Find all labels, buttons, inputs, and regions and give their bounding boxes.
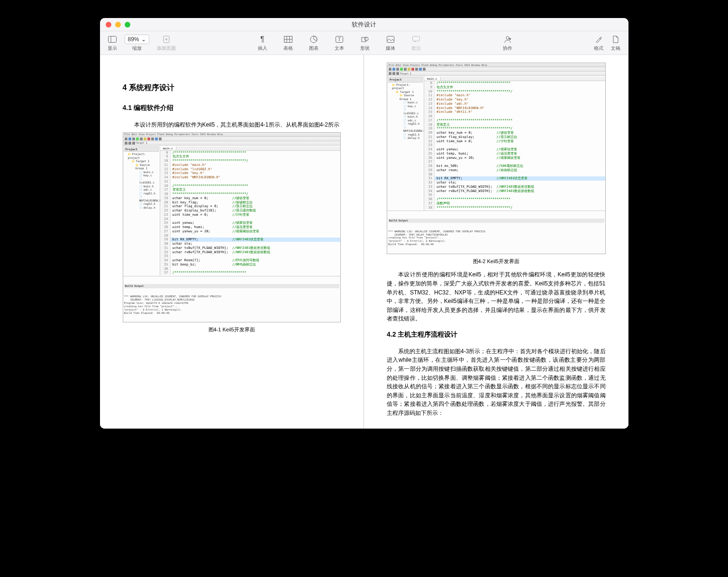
plus-page-icon: [162, 35, 171, 44]
heading-2b: 4.2 主机主程序流程设计: [387, 329, 606, 340]
media-button[interactable]: 媒体: [386, 35, 395, 52]
figure-4-2: File Edit View Project Flash Debug Perip…: [387, 63, 606, 254]
ide-project-tree: Project Project: project Target 1 Source…: [123, 146, 160, 276]
ide-build-output: Build Output *** WARNING L16: UNCALLED S…: [123, 276, 341, 322]
svg-rect-12: [362, 37, 366, 42]
body-text-2: 系统的主机主流程图如图4-3所示；在主程序中：首先对各个模块进行初始化，随后进入…: [387, 347, 606, 418]
comment-icon: [411, 35, 421, 44]
svg-point-13: [364, 37, 368, 41]
ide-code-editor: main.c 8/*******************************…: [160, 146, 341, 276]
insert-button[interactable]: ¶ 插入: [258, 35, 267, 52]
paragraph-icon: ¶: [258, 35, 267, 44]
text-icon: T: [335, 35, 344, 44]
comment-button[interactable]: 批注: [411, 35, 421, 52]
ide-build-bar: Target 1: [123, 141, 341, 146]
table-icon: [283, 35, 293, 44]
toolbar: 显示 89% ⌄ 缩放 添加页面 ¶ 插入 表格: [100, 31, 628, 55]
shape-button[interactable]: 形状: [360, 35, 370, 52]
media-icon: [386, 35, 395, 44]
add-page-button[interactable]: 添加页面: [157, 35, 176, 52]
brush-icon: [594, 35, 603, 44]
figure-1-caption: 图4-1 Keil5开发界面: [123, 325, 341, 334]
page-1: 4 系统程序设计 4.1 编程软件介绍 本设计所用到的编程软件为Keil5，其主…: [100, 55, 364, 429]
text-button[interactable]: T 文本: [335, 35, 344, 52]
heading-2a: 4.1 编程软件介绍: [123, 102, 341, 114]
view-button[interactable]: 显示: [108, 35, 117, 52]
shape-icon: [360, 35, 370, 44]
heading-1: 4 系统程序设计: [123, 81, 341, 94]
svg-rect-14: [387, 36, 394, 42]
app-window: 软件设计 显示 89% ⌄ 缩放 添加页面 ¶ 插入: [100, 18, 628, 429]
document-icon: [611, 35, 620, 44]
svg-rect-15: [412, 36, 419, 41]
format-button[interactable]: 格式: [594, 35, 603, 52]
document-area[interactable]: 4 系统程序设计 4.1 编程软件介绍 本设计所用到的编程软件为Keil5，其主…: [100, 55, 628, 429]
ide-icon-bar: [387, 67, 605, 72]
svg-point-17: [509, 38, 511, 40]
titlebar: 软件设计: [100, 18, 628, 31]
svg-text:T: T: [337, 37, 340, 42]
table-button[interactable]: 表格: [283, 35, 293, 52]
sidebar-icon: [108, 35, 117, 44]
svg-point-16: [506, 37, 509, 39]
svg-rect-0: [108, 36, 116, 42]
ide-menu-bar: File Edit View Project Flash Debug Perip…: [123, 133, 341, 137]
collaborate-icon: [503, 35, 512, 44]
ide-menu-bar: File Edit View Project Flash Debug Perip…: [387, 63, 605, 67]
ide-build-output: Build Output *** WARNING L16: UNCALLED S…: [387, 211, 605, 254]
collaborate-button[interactable]: 协作: [503, 35, 512, 52]
figure-4-1: File Edit View Project Flash Debug Perip…: [123, 132, 341, 323]
intro-text: 本设计所用到的编程软件为Keil5，其主机界面如图4-1所示、从机界面如图4-2…: [123, 120, 341, 129]
zoom-value: 89%: [128, 36, 139, 43]
ide-project-tree: Project Project: project Target 1 Source…: [387, 76, 424, 211]
figure-2-caption: 图4-2 Keil5开发界面: [387, 257, 606, 266]
traffic-lights: [106, 22, 130, 27]
ide-icon-bar: [123, 137, 341, 141]
page-2: File Edit View Project Flash Debug Perip…: [364, 55, 628, 429]
zoom-control[interactable]: 89% ⌄ 缩放: [125, 35, 149, 52]
chart-button[interactable]: 图表: [309, 35, 318, 52]
chart-icon: [309, 35, 318, 44]
chevron-down-icon: ⌄: [141, 36, 146, 43]
window-title: 软件设计: [352, 20, 376, 29]
ide-code-editor: main.c 8/*******************************…: [424, 76, 605, 211]
document-button[interactable]: 文稿: [611, 35, 620, 52]
close-icon[interactable]: [106, 22, 111, 27]
minimize-icon[interactable]: [115, 22, 121, 27]
fullscreen-icon[interactable]: [125, 22, 130, 27]
ide-build-bar: Target 1: [387, 72, 605, 76]
body-text-1: 本设计所使用的编程环境是Keil5，相对于其他软件编程环境，Keil5更加的轻便…: [387, 270, 606, 323]
